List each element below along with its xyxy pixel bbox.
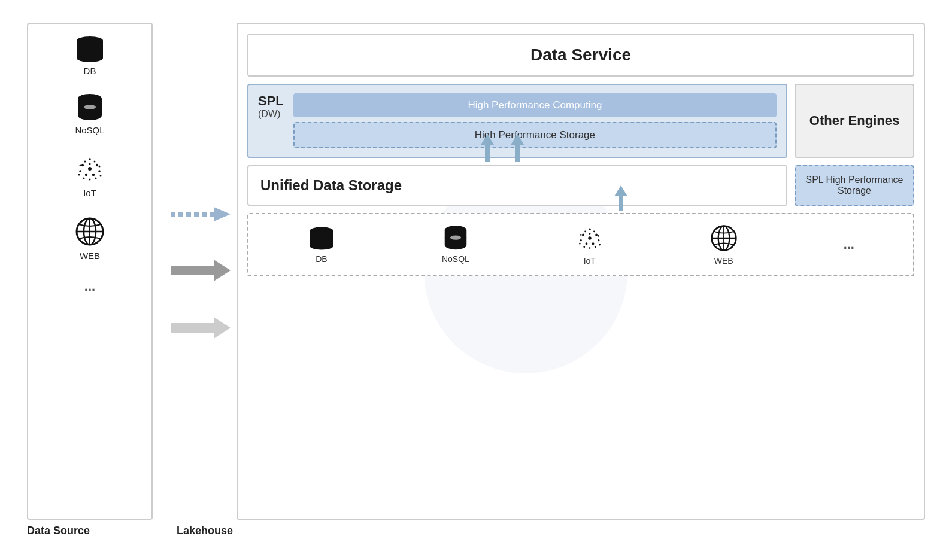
right-panel: Data Service SPL (DW) High Performance C… (237, 23, 925, 520)
bottom-db: DB (307, 226, 336, 264)
data-service-box: Data Service (247, 34, 914, 77)
main-area: DB NoSQL (27, 23, 925, 520)
source-db: DB (74, 36, 106, 76)
data-service-title: Data Service (530, 45, 631, 64)
svg-point-27 (83, 178, 85, 179)
svg-point-51 (310, 242, 333, 249)
svg-point-16 (85, 174, 87, 176)
bottom-db-label: DB (316, 254, 327, 264)
blue-arrow-svg (171, 205, 231, 224)
svg-point-59 (582, 233, 584, 236)
up-arrows (481, 134, 524, 166)
svg-rect-43 (619, 194, 623, 211)
bottom-iot: IoT (575, 224, 604, 266)
svg-point-30 (89, 163, 91, 165)
up-arrow-right (511, 134, 524, 166)
svg-point-25 (78, 174, 80, 176)
bottom-sources-box: DB NoSQL (247, 213, 914, 276)
source-iot: IoT (74, 153, 105, 198)
svg-point-12 (84, 105, 96, 109)
nosql-icon (74, 94, 105, 121)
gray-arrow-svg (171, 260, 231, 281)
svg-point-20 (89, 158, 91, 160)
svg-rect-41 (515, 142, 520, 162)
unified-storage-box: Unified Data Storage (247, 165, 787, 206)
svg-point-13 (88, 167, 92, 171)
svg-point-18 (79, 170, 81, 172)
svg-marker-36 (214, 207, 231, 221)
svg-point-24 (99, 166, 101, 168)
svg-point-72 (583, 246, 585, 248)
svg-point-63 (580, 239, 581, 241)
svg-point-19 (98, 170, 101, 172)
db-label: DB (84, 66, 96, 76)
svg-point-15 (96, 164, 98, 166)
web-label: WEB (80, 251, 100, 261)
svg-point-17 (92, 174, 95, 176)
spl-subtitle: (DW) (258, 109, 284, 120)
middle-row: SPL (DW) High Performance Computing High… (247, 84, 914, 158)
unified-storage-title: Unified Data Storage (260, 177, 402, 194)
other-engines-title: Other Engines (809, 113, 899, 129)
left-panel: DB NoSQL (27, 23, 153, 520)
svg-point-65 (589, 229, 590, 230)
svg-point-58 (588, 236, 592, 240)
svg-point-26 (100, 175, 102, 177)
bottom-web-label: WEB (714, 256, 733, 266)
bottom-nosql: NoSQL (441, 226, 470, 264)
source-web: WEB (74, 216, 105, 261)
svg-point-60 (595, 233, 598, 236)
spl-title: SPL (258, 93, 284, 109)
svg-point-73 (595, 246, 596, 248)
arrow-blue (171, 205, 231, 224)
svg-point-6 (77, 54, 103, 62)
web-icon (74, 216, 105, 247)
iot-label: IoT (83, 188, 96, 198)
spl-hps-label: SPL High Performance Storage (804, 175, 905, 196)
bottom-ellipsis: ... (844, 237, 854, 252)
svg-point-67 (593, 231, 595, 233)
svg-point-74 (589, 247, 590, 249)
arrow-gray (171, 260, 231, 281)
data-source-label: Data Source (27, 525, 165, 537)
bottom-nosql-icon (441, 226, 470, 251)
svg-rect-39 (485, 142, 490, 162)
svg-marker-42 (511, 134, 524, 145)
svg-point-11 (78, 111, 102, 120)
spl-hps-box: SPL High Performance Storage (795, 165, 914, 206)
svg-marker-44 (614, 185, 627, 196)
svg-point-56 (445, 241, 467, 250)
lakehouse-label: Lakehouse (165, 525, 925, 537)
up-arrow-left (481, 134, 494, 166)
svg-point-22 (94, 161, 96, 163)
bottom-iot-label: IoT (584, 256, 596, 266)
svg-point-66 (584, 231, 586, 233)
svg-point-28 (95, 178, 97, 179)
arrow-faint (171, 317, 231, 339)
bottom-nosql-label: NoSQL (442, 254, 469, 264)
svg-point-29 (89, 179, 91, 181)
spl-inner-boxes: High Performance Computing High Performa… (293, 93, 777, 148)
svg-point-71 (599, 244, 601, 246)
bottom-web-icon (710, 224, 738, 252)
svg-point-57 (450, 235, 461, 239)
up-arrow-bottom-svg (614, 185, 627, 215)
source-nosql: NoSQL (74, 94, 105, 135)
svg-point-21 (84, 161, 86, 163)
svg-point-70 (579, 243, 581, 245)
arrows-middle (165, 23, 237, 520)
hpc-box: High Performance Computing (293, 93, 777, 117)
spl-title-block: SPL (DW) (258, 93, 284, 120)
hps-box: High Performance Storage (293, 122, 777, 148)
svg-point-68 (580, 234, 582, 236)
svg-marker-38 (171, 317, 231, 339)
faint-arrow-svg (171, 317, 231, 339)
ellipsis-label: ... (84, 279, 95, 294)
bottom-db-icon (307, 226, 336, 251)
up-arrow-bottom (614, 185, 627, 218)
iot-icon (74, 153, 105, 184)
nosql-label: NoSQL (75, 125, 104, 135)
svg-point-69 (598, 235, 599, 237)
unified-storage-row: Unified Data Storage SPL High Performanc… (247, 165, 914, 206)
bottom-iot-icon (575, 224, 604, 252)
